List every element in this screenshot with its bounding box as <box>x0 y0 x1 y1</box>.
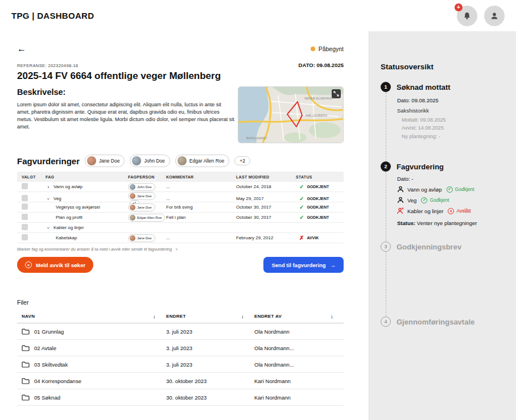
row-checkbox[interactable] <box>22 203 28 210</box>
check-circle-icon: ✓ <box>447 186 453 193</box>
history-item: Avvist: 14.08.2025 <box>402 124 506 132</box>
review-label: Kabler og linjer <box>407 208 443 214</box>
timeline-step-4: 4 Gjennomføringsavtale <box>381 316 506 327</box>
sort-navn[interactable]: NAVN ↓ <box>17 313 166 319</box>
notifications-button[interactable]: + <box>457 6 477 26</box>
folder-icon <box>22 394 30 401</box>
step-status-line: Status: Venter nye plantegninger <box>397 220 506 226</box>
description-block: Beskrivelse: Lorem ipsum dolor sit amet,… <box>17 86 234 143</box>
status-cell: ✓GODKJENT <box>296 214 344 221</box>
back-button[interactable]: ← <box>17 44 26 53</box>
fag-label: Plan og profil <box>56 215 82 220</box>
map-expand-button[interactable] <box>332 89 341 98</box>
modified-cell: October 30, 2017 <box>236 215 296 220</box>
row-checkbox[interactable] <box>22 214 28 220</box>
step-title: Fagvurdering <box>397 163 444 171</box>
file-author: Ola Nordmann... <box>254 345 344 351</box>
filer-header-row: NAVN ↓ ENDRET ↓ ENDRET AV ↓ <box>17 310 344 323</box>
reviewer-chip-jane[interactable]: Jane Doe <box>85 155 125 167</box>
file-row[interactable]: 01 Grunnlag 3. juli 2023 Ola Nordmann <box>17 323 344 340</box>
reviewer-chip-more[interactable]: +2 <box>234 156 250 165</box>
status-cell: ✗AVVIK <box>296 235 344 241</box>
sort-down-icon[interactable]: ↓ <box>241 313 244 319</box>
person-chip[interactable]: John Doe <box>128 183 155 191</box>
step-date: Dato: 09.08.2025 <box>397 97 506 103</box>
sort-endret[interactable]: ENDRET ↓ <box>166 313 254 319</box>
reviewer-chip-john[interactable]: John Doe <box>130 155 170 167</box>
table-row[interactable]: › Veg Jane Doe+1 ... May 29, 2017 ✓GODKJ… <box>17 192 344 202</box>
step-title: Gjennomføringsavtale <box>397 318 474 326</box>
review-status-item: Vann og avløp ✓Godkjent <box>397 186 506 193</box>
col-valgt: VALGT <box>17 175 46 179</box>
avatar <box>87 156 96 165</box>
timeline-step-2: 2 Fagvurdering Dato: - Vann og avløp ✓Go… <box>381 161 506 241</box>
folder-icon <box>22 378 30 384</box>
person-chip[interactable]: Edgar Allen Roe <box>128 214 165 222</box>
file-date: 30. oktober 2023 <box>166 378 254 384</box>
check-icon: ✓ <box>299 184 304 190</box>
profile-button[interactable] <box>484 6 505 26</box>
row-checkbox[interactable] <box>22 234 28 240</box>
file-date: 3. juli 2023 <box>166 361 254 368</box>
case-date: DATO: 09.08.2025 <box>299 62 344 68</box>
map-thumbnail[interactable]: NEDRE ELVEHAVN MØLLENBERG BAKKLANDET <box>238 86 344 143</box>
row-checkbox[interactable] <box>22 195 28 201</box>
avatar <box>130 184 135 190</box>
table-footnote: Marker fag og kommentarer du ønsker å ta… <box>17 247 344 252</box>
app-title: TPG | DASHBOARD <box>11 11 94 20</box>
file-row[interactable]: 02 Avtale 3. juli 2023 Ola Nordmann... <box>17 340 344 356</box>
file-row[interactable]: 04 Korrespondanse 30. oktober 2023 Kari … <box>17 373 344 389</box>
kommentar-cell: ... <box>166 196 236 201</box>
sort-down-icon[interactable]: ↓ <box>153 313 156 319</box>
chevron-right-icon[interactable]: › <box>46 184 51 190</box>
topbar-actions: + <box>457 6 505 26</box>
table-row[interactable]: › Kabler og linjer <box>17 223 344 233</box>
folder-icon <box>22 361 30 368</box>
person-chip[interactable]: Jane Doe <box>128 203 155 211</box>
history-item: Ny plantegning: - <box>402 132 506 140</box>
file-author: Ola Nordmann <box>254 328 344 335</box>
history-item: Mottatt: 09.08.2025 <box>402 116 506 124</box>
send-fagvurdering-button[interactable]: Send til fagvurdering → <box>263 257 344 273</box>
dismiss-icon[interactable]: × <box>175 247 177 252</box>
row-checkbox[interactable] <box>22 183 28 189</box>
fag-label: Vegkryss og avkjørsel <box>56 205 100 210</box>
avatar <box>130 235 135 241</box>
case-reference: REFERANSE: 202320498-16 <box>17 63 79 68</box>
status-cell: ✓GODKJENT <box>296 196 344 202</box>
reviewer-chip-edgar[interactable]: Edgar Allen Roe <box>175 155 229 167</box>
step-number: 3 <box>381 242 391 252</box>
sort-endret-av[interactable]: ENDRET AV ↓ <box>254 313 344 319</box>
step-number: 1 <box>381 82 391 92</box>
chevron-down-icon[interactable]: › <box>46 196 51 202</box>
row-checkbox[interactable] <box>22 224 28 230</box>
page-title: 2025-14 FV 6664 offentlige veger Møllenb… <box>17 70 344 82</box>
map-label: NEDRE ELVEHAVN <box>304 97 332 100</box>
kommentar-cell: For brå sving <box>166 205 236 210</box>
map-label: BAKKLANDET <box>246 136 267 140</box>
table-row[interactable]: Plan og profil Edgar Allen Roe Feil i pl… <box>17 213 344 223</box>
col-last-modified: LAST MODIFIED <box>236 175 296 179</box>
chevron-down-icon[interactable]: › <box>46 225 51 231</box>
description-heading: Beskrivelse: <box>17 88 234 97</box>
kommentar-cell: Feil i plan <box>166 215 236 220</box>
step-date: Dato: - <box>397 176 506 182</box>
sort-down-icon[interactable]: ↓ <box>331 313 333 319</box>
table-row[interactable]: Vegkryss og avkjørsel Jane Doe For brå s… <box>17 202 344 213</box>
meld-avvik-button[interactable]: × Meld avvik til søker <box>17 257 93 273</box>
expand-icon <box>333 91 339 97</box>
file-date: 30. oktober 2023 <box>166 394 254 401</box>
file-row[interactable]: 03 Skiltvedtak 3. juli 2023 Ola Nordmann… <box>17 356 344 373</box>
x-circle-icon: × <box>448 208 454 214</box>
step-number: 2 <box>381 161 391 172</box>
person-chip[interactable]: Jane Doe <box>128 234 155 242</box>
file-row[interactable]: 05 Søknad 30. oktober 2023 Kari Nordmann <box>17 389 344 406</box>
person-chip[interactable]: Jane Doe <box>128 192 155 200</box>
table-row[interactable]: › Vann og avløp John Doe ... October 24,… <box>17 182 344 192</box>
table-row[interactable]: Kabelskap Jane Doe ... February 29, 2012… <box>17 233 344 243</box>
history-heading: Sakshistorikk <box>397 107 506 114</box>
modified-cell: February 29, 2012 <box>236 235 296 240</box>
filer-heading: Filer <box>17 299 344 306</box>
back-arrow-icon: ← <box>17 44 26 53</box>
person-x-icon <box>397 207 404 214</box>
